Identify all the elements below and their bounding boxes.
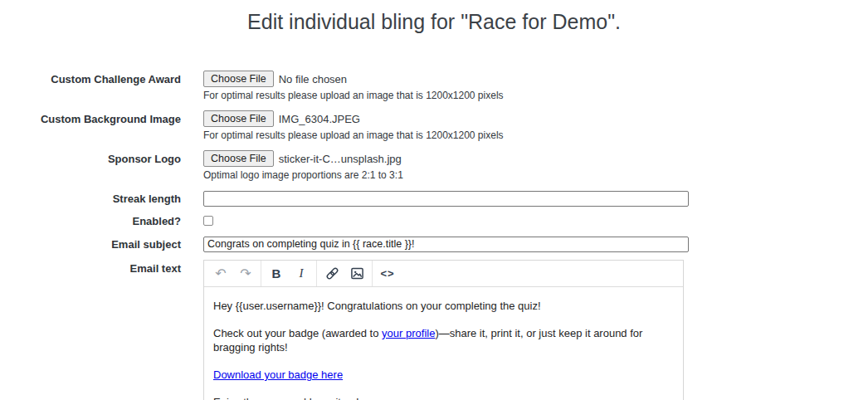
email-text-editor: ↶ ↷ B I [203,260,684,400]
italic-icon: I [300,266,304,280]
bold-icon: B [272,266,281,280]
toolbar-divider [372,261,373,286]
background-image-choose-file-button[interactable]: Choose File [203,110,274,127]
download-badge-link[interactable]: Download your badge here [213,368,343,381]
email-text-paragraph: Hey {{user.username}}! Congratulations o… [213,299,674,313]
undo-icon: ↶ [215,267,226,280]
custom-background-image-label: Custom Background Image [41,113,181,125]
editor-content[interactable]: Hey {{user.username}}! Congratulations o… [204,287,683,400]
your-profile-link[interactable]: your profile [382,327,435,339]
code-icon: <> [380,267,394,280]
email-text-paragraph: Enjoy the race, and keep it up! [213,395,674,400]
sponsor-logo-choose-file-button[interactable]: Choose File [203,150,274,167]
email-subject-input[interactable] [203,237,689,252]
email-text-label: Email text [130,262,181,275]
enabled-checkbox[interactable] [203,216,213,226]
italic-button[interactable]: I [289,261,314,286]
redo-icon: ↷ [240,267,251,280]
email-text-line: Enjoy the race, and keep it up! [213,396,359,400]
streak-length-label: Streak length [113,193,181,205]
challenge-award-filename: No file chosen [279,73,347,85]
streak-length-input[interactable] [203,191,689,207]
enabled-label: Enabled? [132,215,181,227]
bold-button[interactable]: B [264,261,289,286]
link-button[interactable] [319,261,344,286]
background-image-helper-text: For optimal results please upload an ima… [203,129,504,141]
email-text-line: Check out your badge (awarded to [213,327,382,339]
sponsor-logo-label: Sponsor Logo [108,153,181,165]
editor-toolbar: ↶ ↷ B I [204,261,683,287]
email-text-paragraph: Check out your badge (awarded to your pr… [213,326,674,354]
sponsor-logo-helper-text: Optimal logo image proportions are 2:1 t… [203,169,403,181]
email-text-paragraph: Download your badge here [213,368,674,382]
sponsor-logo-filename: sticker-it-C…unsplash.jpg [279,153,402,165]
redo-button[interactable]: ↷ [233,261,258,286]
challenge-award-helper-text: For optimal results please upload an ima… [203,90,504,101]
email-text-line: Hey {{user.username}}! Congratulations o… [213,300,541,312]
link-icon [325,266,339,280]
toolbar-divider [316,261,317,286]
image-button[interactable] [344,261,369,286]
custom-challenge-award-label: Custom Challenge Award [51,73,181,85]
code-button[interactable]: <> [375,261,400,286]
background-image-filename: IMG_6304.JPEG [279,113,360,125]
undo-button[interactable]: ↶ [208,261,233,286]
challenge-award-choose-file-button[interactable]: Choose File [203,71,274,87]
image-icon [350,266,364,280]
email-subject-label: Email subject [111,238,181,251]
toolbar-divider [261,261,261,286]
page-title: Edit individual bling for "Race for Demo… [0,10,868,34]
